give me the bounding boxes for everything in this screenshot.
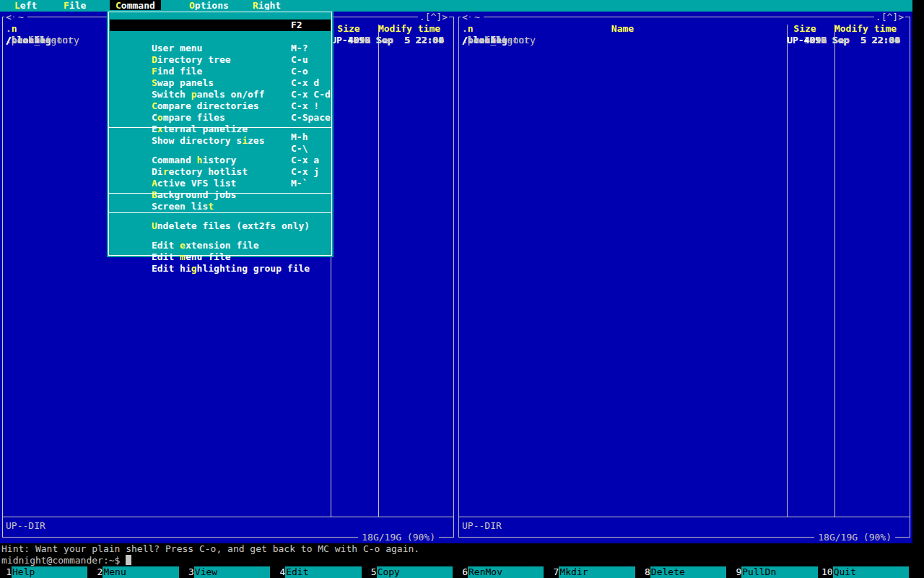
- menu-item[interactable]: Undelete files (ext2fs only): [110, 197, 331, 209]
- menu-item[interactable]: Screen list M-`: [110, 178, 331, 189]
- menu-item[interactable]: Directory hotlist C-\: [110, 143, 331, 155]
- column-header-size[interactable]: Size: [783, 23, 827, 35]
- file-name: .profile: [462, 35, 783, 46]
- function-key-number: 4: [274, 566, 285, 578]
- menu-item[interactable]: Active VFS list C-x a: [110, 155, 331, 166]
- function-key-number: 10: [821, 566, 833, 578]
- column-header-mtime[interactable]: Modify time: [375, 23, 444, 35]
- menu-item-shortcut: C-u: [291, 54, 308, 66]
- column-separator: [834, 25, 835, 517]
- menu-item[interactable]: Edit highlighting group file: [110, 240, 331, 251]
- menu-item[interactable]: Edit extension file: [110, 217, 331, 228]
- sort-order-marker: .: [462, 23, 468, 34]
- menubar-item-file[interactable]: File: [58, 0, 92, 12]
- function-key[interactable]: 6 RenMov: [456, 566, 547, 578]
- menu-item-shortcut: C-o: [291, 66, 308, 77]
- menu-item[interactable]: Command history M-h: [110, 131, 331, 143]
- function-key-label: Help: [12, 566, 87, 578]
- file-row[interactable]: .profile 675 Sep 5 22:00: [456, 35, 912, 46]
- panel-path[interactable]: ~: [14, 12, 27, 22]
- column-separator: [787, 25, 788, 517]
- column-header-name[interactable]: .nName: [462, 23, 783, 35]
- menu-item[interactable]: Edit menu file: [110, 228, 331, 240]
- menu-item-shortcut: C-x a: [291, 155, 319, 166]
- function-key[interactable]: 5 Copy: [365, 566, 456, 578]
- menu-item-shortcut: C-x j: [291, 166, 319, 178]
- panel-border: [458, 17, 459, 538]
- free-space-indicator: 18G/19G (90%): [814, 532, 895, 543]
- menu-item[interactable]: Compare directories C-x d: [110, 77, 331, 89]
- prompt-text: midnight@commander:~$: [1, 555, 126, 566]
- panel-path[interactable]: ~: [471, 12, 484, 22]
- function-key[interactable]: 9 PullDn: [730, 566, 821, 578]
- menu-item[interactable]: Background jobs C-x j: [110, 166, 331, 178]
- function-key-label: Edit: [285, 566, 361, 578]
- mc-screen: { "colors": { "panel_blue": "#0000b0", "…: [0, 0, 924, 578]
- panel-history-button[interactable]: .[^]>: [874, 12, 905, 22]
- function-key[interactable]: 8 Delete: [639, 566, 730, 578]
- sort-key: n: [12, 23, 17, 34]
- menu-separator: [108, 127, 332, 128]
- menu-separator: [108, 193, 332, 194]
- menu-item-shortcut: M-`: [291, 178, 308, 189]
- menu-item-label: Edit highlighting group file: [152, 263, 310, 274]
- ministatus: UP--DIR: [6, 520, 45, 532]
- function-key-number: 3: [183, 566, 194, 578]
- menu-item-shortcut: C-x !: [291, 100, 319, 112]
- function-key[interactable]: 3 View: [183, 566, 274, 578]
- function-key-label: Mkdir: [559, 566, 635, 578]
- ministatus-separator: [459, 517, 910, 517]
- function-key[interactable]: 2 Menu: [91, 566, 182, 578]
- function-key-label: Menu: [103, 566, 178, 578]
- function-key[interactable]: 1 Help: [0, 566, 91, 578]
- panel-border: [453, 17, 454, 538]
- function-key-label: Quit: [833, 566, 909, 578]
- hint-line: Hint: Want your plain shell? Press C-o, …: [1, 543, 419, 555]
- menu-item[interactable]: [110, 209, 331, 217]
- panel-history-button[interactable]: .[^]>: [418, 12, 449, 22]
- menu-item[interactable]: User menu F2: [110, 20, 331, 31]
- menu-item-shortcut: C-\: [291, 143, 308, 155]
- menu-item-shortcut: C-x C-d: [291, 89, 331, 100]
- panel-border: [910, 17, 910, 538]
- menu-item[interactable]: Switch panels on/off C-o: [110, 66, 331, 77]
- column-header-size[interactable]: Size: [327, 23, 370, 35]
- panel-border: [459, 17, 910, 17]
- function-key-label: RenMov: [468, 566, 544, 578]
- menu-item-shortcut: C-x d: [291, 77, 319, 89]
- ministatus-separator: [3, 517, 453, 517]
- menu-item[interactable]: External panelize C-x !: [110, 100, 331, 112]
- function-key-number: 7: [547, 566, 559, 578]
- function-key-number: 5: [365, 566, 377, 578]
- panel-column-headers: .nName Size Modify time: [456, 23, 912, 35]
- function-key-number: 1: [0, 566, 12, 578]
- file-size: 675: [327, 35, 370, 46]
- menu-item[interactable]: [110, 124, 331, 131]
- menu-item[interactable]: Show directory sizes C-Space: [110, 112, 331, 124]
- panel-scroll-left-marker[interactable]: <: [461, 12, 469, 22]
- function-key-bar: 1 Help 2 Menu 3 View 4 Edit 5 Copy 6 Ren…: [0, 566, 912, 578]
- menu-item[interactable]: Find file M-?: [110, 43, 331, 54]
- menu-item-label: Edit menu file: [152, 251, 231, 262]
- menubar-item-left[interactable]: Left: [9, 0, 43, 12]
- panel-scroll-left-marker[interactable]: <: [4, 12, 13, 22]
- shell-prompt[interactable]: midnight@commander:~$: [1, 555, 131, 566]
- menu-separator: [108, 212, 332, 213]
- panel-border: [2, 17, 3, 538]
- function-key-label: PullDn: [741, 566, 817, 578]
- menu-item[interactable]: Swap panels C-u: [110, 54, 331, 66]
- terminal-cursor: [126, 555, 131, 565]
- function-key-number: 2: [91, 566, 103, 578]
- column-header-mtime[interactable]: Modify time: [831, 23, 900, 35]
- menu-item[interactable]: [110, 189, 331, 197]
- function-key-number: 6: [456, 566, 468, 578]
- column-separator: [378, 25, 379, 517]
- function-key[interactable]: 4 Edit: [274, 566, 365, 578]
- menu-item[interactable]: Directory tree: [110, 31, 331, 43]
- function-key[interactable]: 7 Mkdir: [547, 566, 638, 578]
- panel-right: < ~ .[^]> .nName Size Modify time /.. UP…: [456, 12, 912, 543]
- function-key[interactable]: 10 Quit: [821, 566, 912, 578]
- menu-item-shortcut: F2: [291, 20, 302, 31]
- function-key-number: 8: [639, 566, 650, 578]
- menu-item[interactable]: Compare files C-x C-d: [110, 89, 331, 100]
